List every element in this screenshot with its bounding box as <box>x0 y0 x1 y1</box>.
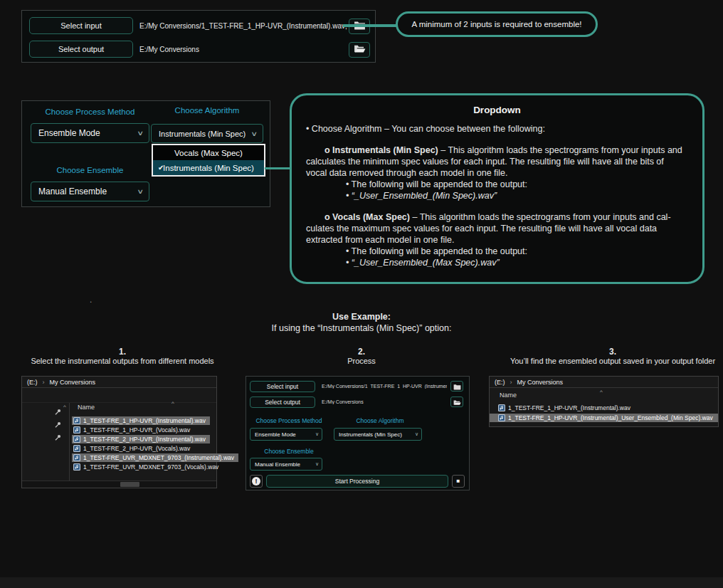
process-method-dropdown[interactable]: Ensemble Mode ∨ <box>31 123 149 143</box>
chevron-down-icon: ∨ <box>315 431 319 437</box>
process-method-label: Choose Process Method <box>31 107 149 116</box>
file-row[interactable]: 1_TEST-FRE_1_HP-UVR_(Vocals).wav <box>72 426 194 434</box>
stop-button[interactable]: ■ <box>452 475 465 488</box>
file-name: 1_TEST-FRE_UVR_MDXNET_9703_(Instrumental… <box>83 454 234 461</box>
sort-ascending-icon[interactable]: ^ <box>171 400 174 406</box>
info-section-1-line-1: o Instrumentals (Min Spec) – This algori… <box>306 145 688 156</box>
name-column-header[interactable]: Name <box>78 404 95 411</box>
audio-file-icon <box>498 404 505 411</box>
file-row[interactable]: 1_TEST-FRE_2_HP-UVR_(Instrumental).wav <box>72 435 210 443</box>
info-section-1-bullet-1: • The following will be appended to the … <box>306 179 688 190</box>
select-output-button[interactable]: Select output <box>29 41 133 58</box>
info-section-1-line-3: vocal data removed through each model in… <box>306 167 688 179</box>
file-name: 1_TEST-FRE_1_HP-UVR_(Vocals).wav <box>83 426 190 434</box>
mini-process-panel: Select input E:/My Conversions/1_TEST-FR… <box>246 376 470 490</box>
callout-connector-line <box>343 24 399 27</box>
mini-browse-input-button[interactable] <box>450 381 463 392</box>
scrollbar-thumb[interactable] <box>120 482 139 487</box>
file-name: 1_TEST-FRE_1_HP-UVR_(Instrumental)_User_… <box>508 414 713 421</box>
stop-icon: ■ <box>457 478 460 484</box>
horizontal-scrollbar[interactable] <box>22 481 216 488</box>
mini-select-input-button[interactable]: Select input <box>250 381 315 392</box>
dropdown-info-box: Dropdown • Choose Algorithm – You can ch… <box>290 93 704 284</box>
pin-icon[interactable] <box>55 418 61 431</box>
chevron-down-icon: ∨ <box>315 461 319 467</box>
audio-file-icon <box>73 445 80 452</box>
step-2-number: 2. <box>290 347 433 357</box>
mini-algorithm-dropdown[interactable]: Instrumentals (Min Spec) ∨ <box>334 428 422 441</box>
breadcrumb[interactable]: (E:) › My Conversions <box>22 377 216 388</box>
breadcrumb-chevron-icon: › <box>43 379 45 386</box>
options-panel: Choose Process Method Ensemble Mode ∨ Ch… <box>21 100 270 207</box>
algorithm-dropdown[interactable]: Instrumentals (Min Spec) ∨ <box>151 124 263 143</box>
name-column-header[interactable]: Name <box>500 392 517 399</box>
menu-item-vocals-max-spec[interactable]: Vocals (Max Spec) <box>153 145 264 160</box>
start-processing-button[interactable]: Start Processing <box>266 475 448 488</box>
callout-bubble: A minimum of 2 inputs is required to ens… <box>396 11 598 37</box>
file-row[interactable]: 1_TEST-FRE_1_HP-UVR_(Instrumental)_User_… <box>490 414 718 422</box>
browse-output-button[interactable] <box>349 42 370 58</box>
mini-process-method-dropdown[interactable]: Ensemble Mode ∨ <box>250 428 322 441</box>
toolbar-divider <box>22 402 216 403</box>
tutorial-canvas: Select input E:/My Conversions/1_TEST-FR… <box>0 0 723 588</box>
breadcrumb-chevron-icon: › <box>510 379 512 386</box>
file-row[interactable]: 1_TEST-FRE_1_HP-UVR_(Instrumental).wav <box>72 416 210 425</box>
mini-ensemble-label: Choose Ensemble <box>250 448 328 455</box>
pin-icon[interactable] <box>55 405 61 418</box>
mini-browse-output-button[interactable] <box>450 397 463 407</box>
file-row[interactable]: 1_TEST-FRE_1_HP-UVR_(Instrumental).wav <box>497 404 635 412</box>
step-2-caption: Process <box>290 357 433 365</box>
chevron-down-icon: ∨ <box>415 431 418 437</box>
footer-strip <box>0 577 723 588</box>
chevron-down-icon: ∨ <box>251 130 258 137</box>
ensemble-dropdown[interactable]: Manual Ensemble ∨ <box>31 182 149 201</box>
sort-ascending-icon[interactable]: ^ <box>600 389 603 395</box>
chevron-down-icon: ∨ <box>137 130 144 137</box>
pin-icon[interactable] <box>55 431 61 443</box>
file-name: 1_TEST-FRE_1_HP-UVR_(Instrumental).wav <box>508 404 630 411</box>
output-path-value: E:/My Conversions <box>139 46 347 53</box>
file-row[interactable]: 1_TEST-FRE_2_HP-UVR_(Vocals).wav <box>72 444 194 453</box>
audio-file-icon <box>73 463 80 471</box>
mini-process-method-label: Choose Process Method <box>250 417 328 424</box>
drive-label: (E:) <box>495 379 505 386</box>
file-row[interactable]: 1_TEST-FRE_UVR_MDXNET_9703_(Instrumental… <box>72 453 238 462</box>
menu-item-label: Vocals (Max Spec) <box>174 149 243 157</box>
mini-ensemble-value: Manual Ensemble <box>255 461 300 468</box>
stray-dot: . <box>90 295 92 305</box>
drive-label: (E:) <box>27 379 38 386</box>
mini-process-method-value: Ensemble Mode <box>255 431 296 438</box>
audio-file-icon <box>73 436 80 443</box>
menu-item-instrumentals-min-spec[interactable]: ✔ Instrumentals (Min Spec) <box>153 160 264 175</box>
audio-file-icon <box>498 414 505 421</box>
ensemble-label: Choose Ensemble <box>31 166 149 174</box>
info-section-2-bullet-2: • “_User_Ensembled_(Max Spec).wav” <box>306 257 688 268</box>
step-1-caption: Select the instrumental outputs from dif… <box>12 357 233 365</box>
info-section-1-line-2: calculates the minimum spec values for e… <box>306 156 688 167</box>
algorithm-label: Choose Algorithm <box>151 106 263 115</box>
nav-collapse-icon[interactable]: ^ <box>63 404 66 410</box>
ensemble-value: Manual Ensemble <box>38 187 107 196</box>
select-input-button[interactable]: Select input <box>29 17 133 34</box>
chevron-down-icon: ∨ <box>137 188 144 195</box>
file-name: 1_TEST-FRE_UVR_MDXNET_9703_(Vocals).wav <box>83 463 218 471</box>
check-icon: ✔ <box>158 164 164 172</box>
mini-ensemble-dropdown[interactable]: Manual Ensemble ∨ <box>250 458 322 471</box>
input-path-value: E:/My Conversions/1_TEST-FRE_1_HP-UVR_(I… <box>139 22 347 30</box>
mini-select-output-button[interactable]: Select output <box>250 397 315 408</box>
audio-file-icon <box>73 417 80 424</box>
file-name: 1_TEST-FRE_2_HP-UVR_(Instrumental).wav <box>83 436 206 443</box>
audio-file-icon <box>73 426 80 434</box>
step-3-number: 3. <box>502 347 723 357</box>
folder-closed-icon <box>453 380 461 393</box>
infobox-connector-line <box>265 167 290 169</box>
settings-info-button[interactable]: ! <box>250 475 263 488</box>
breadcrumb[interactable]: (E:) › My Conversions <box>490 377 718 388</box>
step-3-caption: You’ll find the ensembled output saved i… <box>502 357 723 365</box>
process-method-value: Ensemble Mode <box>38 128 100 138</box>
info-box-title: Dropdown <box>306 105 688 115</box>
folder-label: My Conversions <box>517 379 564 386</box>
file-row[interactable]: 1_TEST-FRE_UVR_MDXNET_9703_(Vocals).wav <box>72 463 223 471</box>
mini-algorithm-value: Instrumentals (Min Spec) <box>339 431 402 438</box>
info-section-1-bullet-2: • “_User_Ensembled_(Min Spec).wav” <box>306 190 688 201</box>
